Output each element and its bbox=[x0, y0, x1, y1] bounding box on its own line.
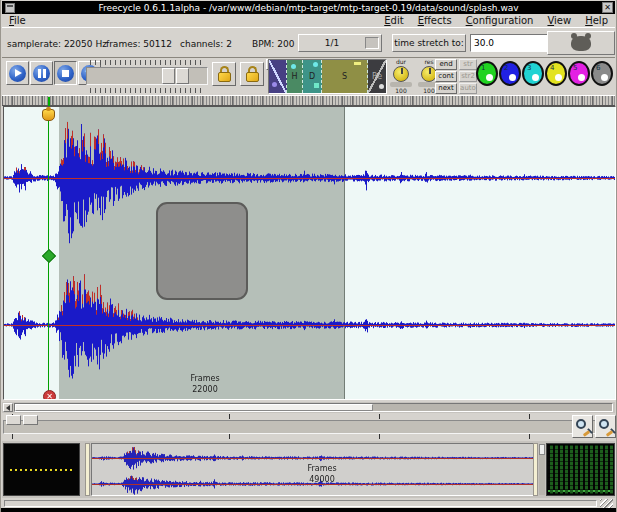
mascot-button[interactable] bbox=[547, 31, 615, 55]
dur-knob-group: dur 100 bbox=[388, 58, 414, 95]
mascot-icon bbox=[571, 36, 591, 51]
slider-ticks-bottom bbox=[90, 88, 204, 93]
playhead-diamond-handle[interactable] bbox=[42, 249, 54, 261]
window-menu-icon[interactable] bbox=[5, 3, 15, 13]
scrollbar-thumb[interactable] bbox=[15, 404, 373, 411]
window-bottom-edge bbox=[1, 508, 616, 512]
adsr-envelope-widget[interactable]: H D S Re bbox=[268, 59, 387, 94]
envelope-marker[interactable] bbox=[354, 62, 361, 65]
scrollbar-track[interactable] bbox=[14, 403, 613, 412]
slider-groove[interactable] bbox=[86, 67, 208, 85]
envelope-sustain-section[interactable]: S bbox=[322, 60, 368, 93]
envelope-point[interactable] bbox=[313, 62, 318, 67]
main-waveform-canvas[interactable] bbox=[4, 107, 615, 399]
drag-overlay-card bbox=[156, 202, 248, 300]
envelope-point[interactable] bbox=[314, 83, 319, 88]
title-bar: Freecycle 0.6.1.1alpha - /var/www/debian… bbox=[2, 1, 615, 14]
zoom-slider-groove[interactable] bbox=[3, 420, 614, 434]
overview-frames-caption: Frames bbox=[292, 463, 352, 474]
play-icon bbox=[9, 65, 26, 82]
beat-dotted-line bbox=[10, 469, 73, 471]
slice-button-4[interactable]: 4 bbox=[545, 61, 567, 86]
slice-button-3[interactable]: 3 bbox=[522, 61, 544, 86]
scroll-left-icon[interactable] bbox=[3, 403, 13, 412]
menu-effects[interactable]: Effects bbox=[411, 15, 459, 26]
envelope-attack-section[interactable] bbox=[269, 60, 287, 93]
play-button[interactable] bbox=[6, 61, 29, 85]
lock-right-button[interactable] bbox=[240, 62, 264, 86]
slice-color-buttons: 1 2 3 4 5 6 bbox=[476, 61, 613, 86]
timeline-ruler bbox=[2, 95, 615, 106]
status-bar bbox=[2, 499, 615, 508]
playhead-pin-handle[interactable] bbox=[42, 109, 55, 121]
fraction-value: 1/1 bbox=[299, 38, 365, 48]
position-slider[interactable] bbox=[86, 60, 208, 93]
time-stretch-button[interactable]: time stretch to: bbox=[392, 34, 466, 52]
slice-button-1[interactable]: 1 bbox=[476, 61, 498, 86]
dur-knob-label: dur bbox=[388, 58, 414, 65]
str2-button: str2 bbox=[459, 71, 477, 82]
menu-file[interactable]: File bbox=[2, 15, 33, 26]
menu-edit[interactable]: Edit bbox=[377, 15, 410, 26]
envelope-hold-section[interactable]: H bbox=[287, 60, 303, 93]
horizontal-scrollbar[interactable] bbox=[2, 402, 615, 413]
beat-display-panel bbox=[3, 443, 80, 496]
zoom-in-icon bbox=[599, 419, 609, 429]
pause-button[interactable] bbox=[30, 61, 53, 85]
slider-handle-left[interactable] bbox=[162, 68, 175, 84]
zoom-in-button[interactable] bbox=[595, 415, 616, 438]
overview-right-marker[interactable] bbox=[533, 443, 538, 496]
stop-button[interactable] bbox=[54, 61, 77, 85]
zoom-ticks-top bbox=[2, 414, 615, 419]
frames-value: 22000 bbox=[167, 384, 243, 395]
dur-knob-value: 100 bbox=[388, 87, 414, 94]
close-icon[interactable]: ✕ bbox=[602, 2, 613, 13]
overview-waveform-panel[interactable]: Frames 49000 bbox=[91, 443, 534, 496]
zoom-ticks-bottom bbox=[2, 434, 615, 439]
envelope-point[interactable] bbox=[272, 82, 277, 87]
zoom-handle-left[interactable] bbox=[6, 415, 21, 425]
menu-help[interactable]: Help bbox=[578, 15, 615, 26]
zoom-out-icon bbox=[576, 419, 586, 429]
slice-button-5[interactable]: 5 bbox=[568, 61, 590, 86]
spectrum-bars bbox=[548, 445, 613, 494]
loop-mode-buttons: end cont next bbox=[435, 59, 457, 95]
frames-count-label: frames: 50112 bbox=[106, 39, 172, 49]
disabled-mode-buttons: str str2 auto bbox=[459, 59, 477, 95]
slider-ticks-top bbox=[90, 60, 204, 65]
slider-handle-right[interactable] bbox=[176, 68, 189, 84]
marker-delete-icon[interactable]: ✕ bbox=[43, 390, 56, 400]
envelope-point[interactable] bbox=[291, 64, 296, 69]
zoom-handle-right[interactable] bbox=[23, 415, 38, 425]
envelope-decay-section[interactable]: D bbox=[303, 60, 322, 93]
overview-row: Frames 49000 bbox=[2, 441, 615, 498]
slice-button-2[interactable]: 2 bbox=[499, 61, 521, 86]
overview-frames-value: 49000 bbox=[292, 474, 352, 485]
end-mode-button[interactable]: end bbox=[435, 59, 457, 70]
stop-icon bbox=[57, 65, 74, 82]
next-mode-button[interactable]: next bbox=[435, 83, 457, 94]
overview-mini-scrollbar[interactable] bbox=[539, 444, 545, 495]
menu-view[interactable]: View bbox=[540, 15, 578, 26]
waveform-view[interactable]: ✕ Frames 22000 bbox=[3, 106, 616, 400]
cont-mode-button[interactable]: cont bbox=[435, 71, 457, 82]
samplerate-label: samplerate: 22050 Hz bbox=[7, 39, 107, 49]
menu-configuration[interactable]: Configuration bbox=[459, 15, 541, 26]
overview-mini-thumb[interactable] bbox=[539, 444, 545, 455]
fraction-combobox[interactable]: 1/1 bbox=[298, 34, 382, 52]
zoom-slider-row bbox=[2, 414, 615, 440]
lock-left-button[interactable] bbox=[212, 62, 236, 86]
zoom-out-button[interactable] bbox=[572, 415, 593, 438]
spectrum-baseline bbox=[548, 490, 613, 492]
auto-button: auto bbox=[459, 83, 477, 94]
resize-grip[interactable] bbox=[600, 499, 613, 508]
frames-readout: Frames 22000 bbox=[167, 373, 243, 395]
dur-knob[interactable] bbox=[393, 66, 409, 82]
envelope-release-section[interactable]: Re bbox=[368, 60, 386, 93]
combobox-drop-icon[interactable] bbox=[365, 37, 379, 49]
overview-left-marker[interactable] bbox=[85, 443, 90, 496]
slice-button-6[interactable]: 6 bbox=[591, 61, 613, 86]
window-title: Freecycle 0.6.1.1alpha - /var/www/debian… bbox=[15, 3, 602, 13]
envelope-point[interactable] bbox=[379, 84, 384, 89]
playhead-ruler-mark bbox=[48, 97, 50, 106]
